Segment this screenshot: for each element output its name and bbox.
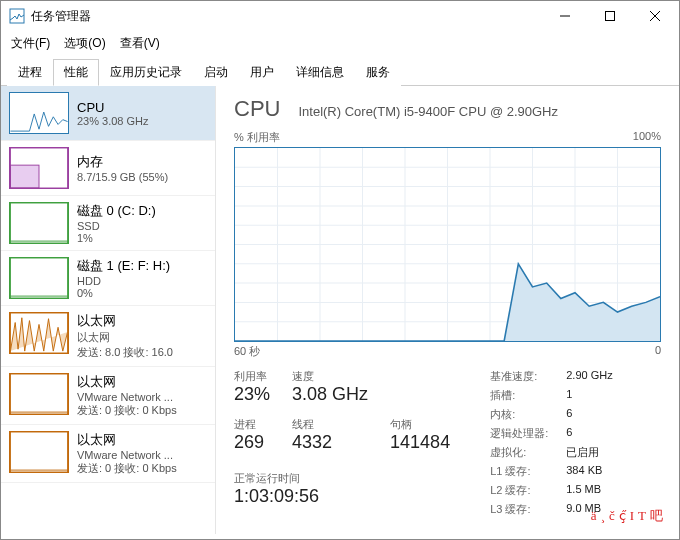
titlebar: 任务管理器 [1,1,679,31]
sidebar-item-sub2: 发送: 8.0 接收: 16.0 [77,345,173,360]
thumb-icon [9,147,69,189]
sidebar-item-sub2: 0% [77,287,170,299]
thread-label: 线程 [292,417,368,432]
svg-rect-16 [10,432,67,472]
tab-processes[interactable]: 进程 [7,59,53,86]
content: CPU23% 3.08 GHz内存8.7/15.9 GB (55%)磁盘 0 (… [1,86,679,534]
main-panel: CPU Intel(R) Core(TM) i5-9400F CPU @ 2.9… [216,86,679,534]
virt-value: 已启用 [566,445,612,460]
cpu-model: Intel(R) Core(TM) i5-9400F CPU @ 2.90GHz [298,104,558,119]
app-icon [9,8,25,24]
util-label: 利用率 [234,369,270,384]
l1-value: 384 KB [566,464,612,479]
sidebar-item-title: 以太网 [77,431,177,449]
base-label: 基准速度: [490,369,548,384]
thumb-icon [9,202,69,244]
base-value: 2.90 GHz [566,369,612,384]
sidebar-item-sub2: 发送: 0 接收: 0 Kbps [77,403,177,418]
sidebar-item-sub: VMware Network ... [77,449,177,461]
menu-options[interactable]: 选项(O) [64,35,105,52]
sidebar-item-sub: 以太网 [77,330,173,345]
sidebar-item-title: CPU [77,100,149,115]
tab-app-history[interactable]: 应用历史记录 [99,59,193,86]
sidebar-item-sub2: 1% [77,232,156,244]
chart-ylabel: % 利用率 [234,130,280,145]
stats-right: 基准速度:2.90 GHz 插槽:1 内核:6 逻辑处理器:6 虚拟化:已启用 … [490,369,613,517]
sidebar-item-1[interactable]: 内存8.7/15.9 GB (55%) [1,141,215,196]
thumb-icon [9,373,69,415]
sidebar-item-title: 磁盘 0 (C: D:) [77,202,156,220]
sidebar-item-title: 以太网 [77,373,177,391]
speed-value: 3.08 GHz [292,384,368,405]
tab-performance[interactable]: 性能 [53,59,99,86]
l1-label: L1 缓存: [490,464,548,479]
speed-label: 速度 [292,369,368,384]
sidebar-item-sub: VMware Network ... [77,391,177,403]
sidebar-item-sub: 23% 3.08 GHz [77,115,149,127]
thread-value: 4332 [292,432,368,453]
menu-view[interactable]: 查看(V) [120,35,160,52]
uptime-label: 正常运行时间 [234,471,450,486]
sidebar-item-5[interactable]: 以太网VMware Network ...发送: 0 接收: 0 Kbps [1,367,215,425]
tab-details[interactable]: 详细信息 [285,59,355,86]
page-title: CPU [234,96,280,122]
util-value: 23% [234,384,270,405]
sidebar-item-title: 内存 [77,153,168,171]
svg-rect-9 [10,203,67,243]
sidebar-item-sub: HDD [77,275,170,287]
proc-value: 269 [234,432,270,453]
sidebar[interactable]: CPU23% 3.08 GHz内存8.7/15.9 GB (55%)磁盘 0 (… [1,86,216,534]
sidebar-item-0[interactable]: CPU23% 3.08 GHz [1,86,215,141]
svg-rect-2 [605,12,614,21]
sockets-value: 1 [566,388,612,403]
cpu-chart [234,147,661,342]
cores-label: 内核: [490,407,548,422]
lp-label: 逻辑处理器: [490,426,548,441]
sidebar-item-title: 磁盘 1 (E: F: H:) [77,257,170,275]
menubar: 文件(F) 选项(O) 查看(V) [1,31,679,58]
lp-value: 6 [566,426,612,441]
handle-label: 句柄 [390,417,450,432]
l2-value: 1.5 MB [566,483,612,498]
l3-label: L3 缓存: [490,502,548,517]
thumb-icon [9,257,69,299]
stats-left: 利用率 23% 速度 3.08 GHz 进程 269 线程 4332 句柄 14… [234,369,450,517]
thumb-icon [9,312,69,354]
sidebar-item-sub: SSD [77,220,156,232]
svg-rect-14 [10,374,67,414]
menu-file[interactable]: 文件(F) [11,35,50,52]
svg-rect-5 [10,93,67,133]
sidebar-item-6[interactable]: 以太网VMware Network ...发送: 0 接收: 0 Kbps [1,425,215,483]
sidebar-item-title: 以太网 [77,312,173,330]
virt-label: 虚拟化: [490,445,548,460]
window-title: 任务管理器 [31,8,542,25]
svg-rect-11 [10,258,67,298]
sidebar-item-4[interactable]: 以太网以太网发送: 8.0 接收: 16.0 [1,306,215,367]
sidebar-item-2[interactable]: 磁盘 0 (C: D:)SSD1% [1,196,215,251]
svg-rect-7 [10,165,39,188]
sidebar-item-3[interactable]: 磁盘 1 (E: F: H:)HDD0% [1,251,215,306]
watermark: ä¸čç̋IT吧 [591,507,667,525]
uptime-value: 1:03:09:56 [234,486,450,507]
handle-value: 141484 [390,432,450,453]
chart-xmin: 0 [655,344,661,359]
tab-services[interactable]: 服务 [355,59,401,86]
sidebar-item-sub: 8.7/15.9 GB (55%) [77,171,168,183]
chart-ymax: 100% [633,130,661,145]
l2-label: L2 缓存: [490,483,548,498]
maximize-button[interactable] [587,2,632,30]
tab-startup[interactable]: 启动 [193,59,239,86]
thumb-icon [9,92,69,134]
sidebar-item-sub2: 发送: 0 接收: 0 Kbps [77,461,177,476]
cores-value: 6 [566,407,612,422]
close-button[interactable] [632,2,677,30]
proc-label: 进程 [234,417,270,432]
sockets-label: 插槽: [490,388,548,403]
thumb-icon [9,431,69,473]
tabbar: 进程 性能 应用历史记录 启动 用户 详细信息 服务 [1,58,679,86]
tab-users[interactable]: 用户 [239,59,285,86]
minimize-button[interactable] [542,2,587,30]
chart-xlabel: 60 秒 [234,344,260,359]
